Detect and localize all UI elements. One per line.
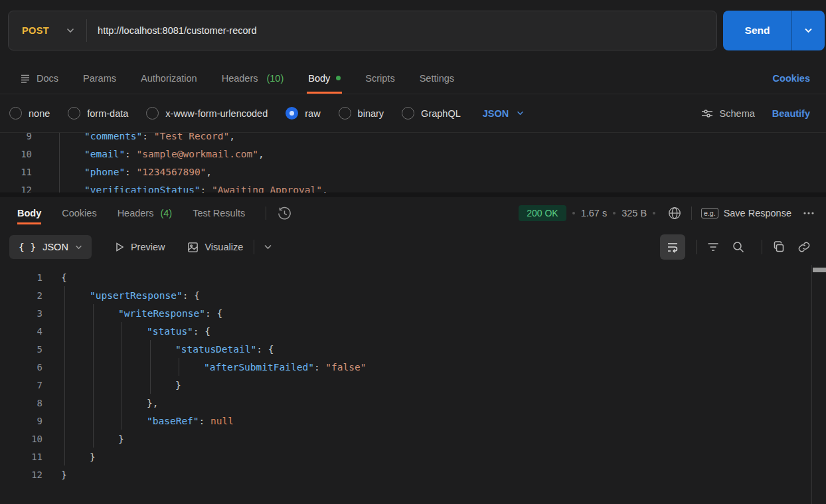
response-body-viewer[interactable]: 1{2"upsertResponse": {3"writeResponse": … [0,265,826,504]
search-icon[interactable] [726,234,751,260]
line-content: } [48,430,826,448]
response-time[interactable]: 1.67 s [581,208,608,218]
indent-guide [150,358,151,376]
tab-settings[interactable]: Settings [420,62,454,94]
word-wrap-toggle[interactable] [660,234,685,260]
scrollbar-track[interactable] [811,265,826,504]
beautify-button[interactable]: Beautify [772,108,810,119]
indent-guide [64,448,65,465]
line-content: } [48,448,826,465]
tab-label: Test Results [193,208,245,218]
url-input[interactable] [87,25,716,36]
tab-docs[interactable]: Docs [20,62,58,94]
response-size[interactable]: 325 B [621,208,647,218]
response-tab-cookies[interactable]: Cookies [62,197,96,229]
visualize-label: Visualize [205,242,243,252]
play-icon [114,242,125,252]
raw-language-select[interactable]: JSON [483,108,525,119]
filter-icon[interactable] [701,234,726,260]
request-tabs: Docs Params Authorization Headers (10) B… [0,62,826,94]
chevron-down-icon [75,245,82,250]
tab-params[interactable]: Params [83,62,116,94]
chevron-down-icon[interactable] [264,244,272,250]
line-number: 11 [0,452,48,462]
code-line: 10"email": "sample@workmail.com", [0,145,826,163]
link-icon[interactable] [791,234,817,260]
send-options-button[interactable] [791,11,825,50]
indent-guide [122,394,122,412]
radio-label: x-www-form-urlencoded [165,108,268,119]
indent-guide [64,304,65,322]
indent-guide [93,340,94,358]
response-format-select[interactable]: { } JSON [9,235,92,259]
dot-separator [653,212,655,214]
response-tab-headers[interactable]: Headers (4) [118,197,173,229]
indent-guide [93,322,94,340]
line-number: 1 [0,272,48,283]
tab-scripts[interactable]: Scripts [365,62,394,94]
line-number: 11 [0,167,37,177]
response-history-icon[interactable] [277,206,292,221]
chevron-down-icon [517,111,524,116]
radio-binary[interactable]: binary [339,107,384,120]
line-content: "upsertResponse": { [48,286,826,304]
code-line: 12} [0,465,826,483]
line-number: 10 [0,434,48,444]
radio-graphql[interactable]: GraphQL [402,107,461,120]
code-line: 11} [0,448,826,465]
line-content: { [48,268,826,286]
chevron-down-icon [804,28,813,33]
line-content: }, [48,394,826,412]
indent-guide [122,376,122,394]
indent-guide [122,322,122,340]
line-number: 12 [0,185,37,193]
preview-label: Preview [131,242,165,252]
schema-label: Schema [720,108,755,119]
network-globe-icon[interactable] [667,206,682,220]
send-split-button: Send [723,11,825,50]
schema-button[interactable]: Schema [701,108,755,119]
save-response-label: Save Response [724,208,791,218]
method-selector[interactable]: POST [9,25,86,36]
radio-none[interactable]: none [9,107,50,120]
radio-icon [339,107,351,120]
divider [696,240,697,254]
radio-x-www-form-urlencoded[interactable]: x-www-form-urlencoded [146,107,268,120]
indent-guide [59,132,60,145]
dot-separator [572,212,575,214]
visualize-button[interactable]: Visualize [187,242,243,253]
tab-body[interactable]: Body [308,62,341,94]
code-line: 1{ [0,268,826,286]
radio-raw[interactable]: raw [286,107,320,120]
code-line: 2"upsertResponse": { [0,286,826,304]
status-badge[interactable]: 200 OK [519,205,566,221]
tab-headers[interactable]: Headers (10) [222,62,284,94]
response-tab-body[interactable]: Body [17,197,41,229]
radio-form-data[interactable]: form-data [68,107,128,120]
pane-resize-handle[interactable] [0,193,826,197]
divider [266,207,266,220]
response-tab-test-results[interactable]: Test Results [193,197,245,229]
more-options-icon[interactable] [802,207,815,220]
request-url-row: POST Send [0,0,826,62]
radio-icon-selected [286,107,298,120]
divider [691,207,692,220]
url-box: POST [8,11,717,50]
scrollbar-thumb[interactable] [813,268,826,272]
cookies-link[interactable]: Cookies [773,73,810,84]
indent-guide [64,286,65,304]
copy-icon[interactable] [766,234,791,260]
request-body-editor[interactable]: 9"comments": "Test Record",10"email": "s… [0,132,826,193]
docs-icon [20,73,31,84]
tab-label: Body [17,208,41,218]
preview-button[interactable]: Preview [114,242,165,252]
line-content: "status": { [48,322,826,340]
response-code-lines: 1{2"upsertResponse": {3"writeResponse": … [0,268,826,483]
tab-authorization[interactable]: Authorization [141,62,197,94]
send-button[interactable]: Send [723,11,791,50]
line-number: 9 [0,416,48,426]
line-content: } [48,376,826,394]
line-content: "writeResponse": { [48,304,826,322]
sliders-icon [701,108,713,119]
save-response-button[interactable]: e.g. Save Response [701,208,791,218]
